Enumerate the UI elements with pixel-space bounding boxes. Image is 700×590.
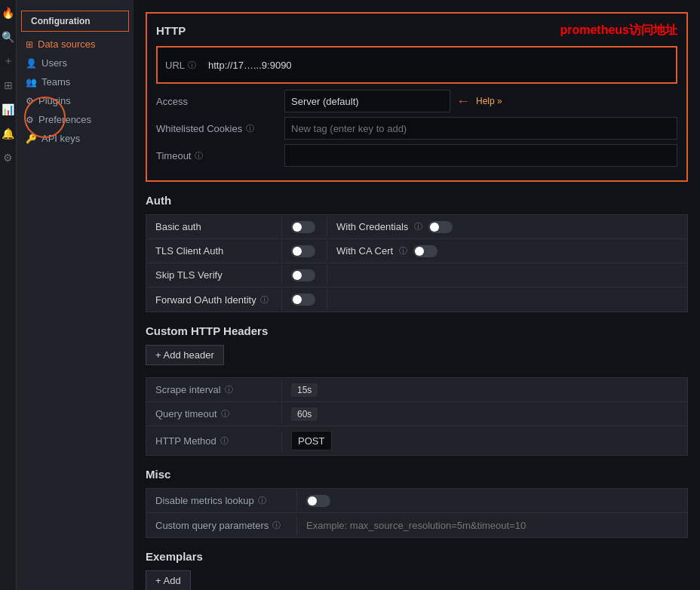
- http-method-value: POST GET: [282, 426, 341, 455]
- http-method-label: HTTP Method ⓘ: [146, 431, 282, 451]
- preferences-icon: ⚙: [26, 115, 34, 125]
- disable-metrics-toggle[interactable]: [306, 495, 330, 507]
- http-method-info: ⓘ: [220, 435, 229, 447]
- metrics-section: Scrape interval ⓘ 15s Query timeout ⓘ 60…: [146, 377, 688, 456]
- tls-auth-label: TLS Client Auth: [146, 241, 282, 261]
- skip-tls-right: [327, 271, 687, 280]
- sidebar-item-teams[interactable]: 👥 Teams: [17, 72, 134, 91]
- add-exemplar-button[interactable]: + Add: [146, 570, 191, 590]
- sidebar-icon-bell[interactable]: 🔔: [2, 127, 15, 140]
- misc-title: Misc: [146, 468, 688, 481]
- metrics-grid: Scrape interval ⓘ 15s Query timeout ⓘ 60…: [146, 377, 688, 456]
- url-input[interactable]: [202, 54, 668, 76]
- headers-section: Custom HTTP Headers + Add header: [146, 324, 688, 365]
- with-credentials-info-icon: ⓘ: [414, 221, 422, 232]
- access-select[interactable]: Server (default) Browser: [284, 90, 450, 112]
- prometheus-label: prometheus访问地址: [560, 23, 677, 38]
- auth-row-tls: TLS Client Auth With CA Cert ⓘ: [146, 239, 687, 263]
- http-method-select[interactable]: POST GET: [291, 431, 332, 450]
- auth-section: Auth Basic auth With Credentials ⓘ: [146, 194, 688, 312]
- with-ca-cert-info-icon: ⓘ: [399, 245, 407, 257]
- tls-auth-toggle[interactable]: [291, 245, 315, 257]
- help-link[interactable]: Help »: [476, 96, 502, 106]
- basic-auth-toggle[interactable]: [291, 221, 315, 233]
- custom-query-info: ⓘ: [272, 520, 281, 531]
- access-label: Access: [156, 96, 284, 107]
- timeout-info-icon: ⓘ: [195, 150, 203, 161]
- with-credentials-toggle[interactable]: [428, 221, 453, 233]
- sidebar-item-apikeys[interactable]: 🔑 API keys: [17, 129, 134, 148]
- oauth-label: Forward OAuth Identity ⓘ: [146, 290, 282, 310]
- custom-query-label: Custom query parameters ⓘ: [146, 515, 297, 536]
- with-ca-cert-toggle[interactable]: [413, 245, 438, 257]
- timeout-row: Timeout ⓘ: [156, 144, 677, 167]
- tls-auth-toggle-area: [282, 241, 327, 262]
- sidebar-item-datasources[interactable]: ⊞ Data sources: [17, 35, 134, 54]
- with-ca-cert-label: With CA Cert: [336, 245, 393, 257]
- access-row: Access Server (default) Browser ← Help »: [156, 90, 677, 112]
- scrape-interval-row: Scrape interval ⓘ 15s: [146, 378, 687, 402]
- skip-tls-toggle-area: [282, 265, 327, 286]
- plugins-icon: ⚙: [26, 96, 34, 106]
- sidebar-item-preferences[interactable]: ⚙ Preferences: [17, 110, 134, 129]
- http-title: HTTP: [156, 24, 186, 37]
- scrape-interval-label: Scrape interval ⓘ: [146, 380, 282, 400]
- sidebar-icon-flame[interactable]: 🔥: [2, 6, 15, 20]
- auth-title: Auth: [146, 194, 688, 207]
- custom-query-input[interactable]: [297, 515, 687, 536]
- sidebar-icon-grid[interactable]: ⊞: [2, 78, 15, 92]
- timeout-input[interactable]: [284, 144, 677, 167]
- exemplars-title: Exemplars: [146, 550, 688, 563]
- sidebar-item-label-users: Users: [41, 57, 67, 69]
- misc-grid: Disable metrics lookup ⓘ Custom query pa…: [146, 488, 688, 538]
- oauth-right: [327, 295, 687, 304]
- scrape-interval-value: 15s: [282, 380, 327, 400]
- timeout-label: Timeout ⓘ: [156, 150, 284, 161]
- auth-row-oauth: Forward OAuth Identity ⓘ: [146, 287, 687, 312]
- custom-query-row: Custom query parameters ⓘ: [146, 513, 687, 537]
- misc-section: Misc Disable metrics lookup ⓘ Custom que…: [146, 468, 688, 538]
- sidebar-item-users[interactable]: 👤 Users: [17, 54, 134, 72]
- whitelisted-info-icon: ⓘ: [246, 123, 254, 134]
- query-timeout-row: Query timeout ⓘ 60s: [146, 402, 687, 426]
- add-header-button[interactable]: + Add header: [146, 345, 224, 365]
- skip-tls-toggle[interactable]: [291, 269, 315, 281]
- users-icon: 👤: [26, 58, 37, 69]
- disable-metrics-row: Disable metrics lookup ⓘ: [146, 489, 687, 513]
- sidebar: 🔥 🔍 ＋ ⊞ 📊 🔔 ⚙: [0, 0, 17, 590]
- disable-metrics-label: Disable metrics lookup ⓘ: [146, 490, 297, 511]
- http-section: HTTP prometheus访问地址 URL ⓘ Access Server …: [146, 12, 688, 182]
- sidebar-icon-chart[interactable]: 📊: [2, 103, 15, 116]
- exemplars-section: Exemplars + Add: [146, 550, 688, 590]
- http-method-row: HTTP Method ⓘ POST GET: [146, 426, 687, 455]
- disable-metrics-toggle-area: [297, 490, 339, 512]
- teams-icon: 👥: [26, 77, 37, 88]
- with-ca-cert-area: With CA Cert ⓘ: [327, 241, 687, 262]
- arrow-indicator: ←: [456, 94, 470, 109]
- url-label: URL ⓘ: [165, 60, 196, 71]
- query-timeout-label: Query timeout ⓘ: [146, 404, 282, 424]
- auth-grid: Basic auth With Credentials ⓘ TLS Client…: [146, 214, 688, 312]
- sidebar-item-label-apikeys: API keys: [41, 133, 80, 144]
- url-info-icon: ⓘ: [188, 60, 196, 71]
- sidebar-item-label-datasources: Data sources: [38, 38, 96, 50]
- apikeys-icon: 🔑: [26, 134, 37, 144]
- disable-metrics-info: ⓘ: [258, 495, 266, 506]
- sidebar-icon-search[interactable]: 🔍: [2, 30, 15, 44]
- sidebar-icon-plus[interactable]: ＋: [2, 54, 15, 68]
- auth-row-skip-tls: Skip TLS Verify: [146, 263, 687, 287]
- with-credentials-label: With Credentials: [336, 221, 408, 232]
- datasources-icon: ⊞: [26, 39, 33, 50]
- whitelisted-input[interactable]: [284, 117, 677, 140]
- oauth-toggle-area: [282, 289, 327, 310]
- nav-section-title: Configuration: [21, 11, 129, 32]
- basic-auth-toggle-area: [282, 217, 327, 238]
- oauth-toggle[interactable]: [291, 293, 315, 306]
- query-timeout-info: ⓘ: [221, 408, 229, 419]
- main-content: HTTP prometheus访问地址 URL ⓘ Access Server …: [134, 0, 700, 590]
- whitelisted-label: Whitelisted Cookies ⓘ: [156, 123, 284, 134]
- basic-auth-label: Basic auth: [146, 217, 282, 237]
- sidebar-item-plugins[interactable]: ⚙ Plugins: [17, 91, 134, 110]
- sidebar-icon-gear[interactable]: ⚙: [2, 151, 15, 164]
- sidebar-item-label-teams: Teams: [41, 76, 70, 88]
